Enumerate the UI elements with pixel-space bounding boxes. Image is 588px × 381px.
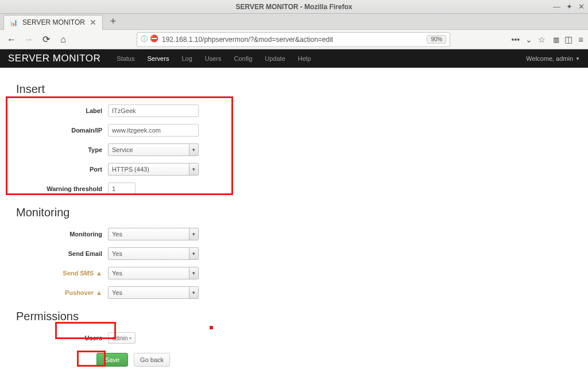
window-titlebar: SERVER MONITOR - Mozilla Firefox — ✦ ✕ xyxy=(0,0,588,14)
label-label: Label xyxy=(16,107,108,114)
users-label: Users xyxy=(16,335,108,341)
pushover-label: Pushover▲ xyxy=(16,289,108,296)
section-insert-title: Insert xyxy=(16,83,572,96)
warning-threshold-label: Warning threshold xyxy=(16,185,108,192)
pushover-select[interactable]: Yes xyxy=(108,286,199,299)
nav-update[interactable]: Update xyxy=(259,50,291,67)
tab-close-icon[interactable]: ✕ xyxy=(90,18,96,27)
browser-urlbar: ← → ⟳ ⌂ ⓘ ⛔ 90% ••• ⌄ ☆ ▥ ◫ ≡ xyxy=(0,30,588,49)
nav-help[interactable]: Help xyxy=(292,50,317,67)
domain-label: Domain/IP xyxy=(16,127,108,134)
section-monitoring-title: Monitoring xyxy=(16,206,572,219)
tab-label: SERVER MONITOR xyxy=(22,18,85,26)
sendemail-select[interactable]: Yes xyxy=(108,247,199,260)
url-input[interactable] xyxy=(162,36,423,44)
browser-tabbar: 📊 SERVER MONITOR ✕ + xyxy=(0,14,588,30)
pushover-select-value: Yes xyxy=(112,289,122,296)
go-back-button[interactable]: Go back xyxy=(134,353,170,367)
sendemail-label: Send Email xyxy=(16,250,108,257)
type-select[interactable]: Service xyxy=(108,143,199,156)
sendsms-select[interactable]: Yes xyxy=(108,267,199,279)
user-menu[interactable]: Welcome, admin ▼ xyxy=(526,55,580,62)
sendsms-label: Send SMS▲ xyxy=(16,270,108,277)
window-minimize-icon[interactable]: — xyxy=(553,2,560,11)
monitoring-select[interactable]: Yes xyxy=(108,228,199,240)
bookmark-star-icon[interactable]: ☆ xyxy=(538,35,546,44)
caret-down-icon: ▾ xyxy=(129,336,131,341)
reload-button[interactable]: ⟳ xyxy=(39,33,53,46)
annotation-dot xyxy=(210,326,213,329)
users-tag-value: admin xyxy=(112,335,127,341)
chevron-down-icon: ▾ xyxy=(189,287,198,298)
forward-button[interactable]: → xyxy=(22,33,36,46)
info-icon[interactable]: ⓘ xyxy=(141,34,148,44)
window-close-icon[interactable]: ✕ xyxy=(578,2,585,11)
sidebar-icon[interactable]: ◫ xyxy=(564,34,572,45)
monitoring-select-value: Yes xyxy=(112,231,122,238)
domain-input[interactable] xyxy=(108,124,199,137)
window-title: SERVER MONITOR - Mozilla Firefox xyxy=(236,3,353,11)
tab-favicon-icon: 📊 xyxy=(10,19,18,26)
more-actions-icon[interactable]: ••• xyxy=(511,35,520,44)
section-permissions-title: Permissions xyxy=(16,310,572,323)
menu-icon[interactable]: ≡ xyxy=(578,34,583,45)
browser-tab-active[interactable]: 📊 SERVER MONITOR ✕ xyxy=(3,15,103,30)
label-input[interactable] xyxy=(108,104,199,117)
library-icon[interactable]: ▥ xyxy=(554,34,559,45)
nav-status[interactable]: Status xyxy=(111,50,140,67)
type-label: Type xyxy=(16,146,108,153)
caret-down-icon: ▼ xyxy=(575,56,580,61)
pocket-icon[interactable]: ⌄ xyxy=(525,35,532,44)
chevron-down-icon: ▾ xyxy=(189,228,198,240)
chevron-down-icon: ▾ xyxy=(189,248,198,259)
port-select-value: HTTPS (443) xyxy=(112,166,149,173)
users-tag[interactable]: admin ▾ xyxy=(108,332,136,344)
chevron-down-icon: ▾ xyxy=(189,164,198,175)
save-button[interactable]: Save xyxy=(96,353,128,367)
welcome-text: Welcome, admin xyxy=(526,55,573,62)
window-maximize-icon[interactable]: ✦ xyxy=(566,2,572,11)
warning-icon: ▲ xyxy=(96,289,102,296)
url-input-wrap[interactable]: ⓘ ⛔ 90% xyxy=(137,32,450,47)
warning-icon: ▲ xyxy=(96,270,102,277)
chevron-down-icon: ▾ xyxy=(189,267,198,279)
nav-users[interactable]: Users xyxy=(199,50,227,67)
nav-servers[interactable]: Servers xyxy=(141,50,175,67)
app-brand[interactable]: SERVER MONITOR xyxy=(8,53,100,64)
sendemail-select-value: Yes xyxy=(112,250,122,257)
type-select-value: Service xyxy=(112,146,133,153)
monitoring-label: Monitoring xyxy=(16,231,108,238)
home-button[interactable]: ⌂ xyxy=(56,33,70,46)
warning-threshold-input[interactable] xyxy=(108,182,136,195)
new-tab-button[interactable]: + xyxy=(106,15,120,28)
app-navbar: SERVER MONITOR Status Servers Log Users … xyxy=(0,49,588,68)
page-content: Insert Label Domain/IP Type Service ▾ Po… xyxy=(0,68,588,381)
nav-log[interactable]: Log xyxy=(176,50,198,67)
port-label: Port xyxy=(16,166,108,173)
insecure-icon: ⛔ xyxy=(150,34,158,44)
zoom-badge[interactable]: 90% xyxy=(427,35,446,44)
sendsms-select-value: Yes xyxy=(112,270,122,277)
chevron-down-icon: ▾ xyxy=(189,144,198,155)
port-select[interactable]: HTTPS (443) xyxy=(108,163,199,176)
back-button[interactable]: ← xyxy=(5,33,18,46)
nav-config[interactable]: Config xyxy=(228,50,258,67)
